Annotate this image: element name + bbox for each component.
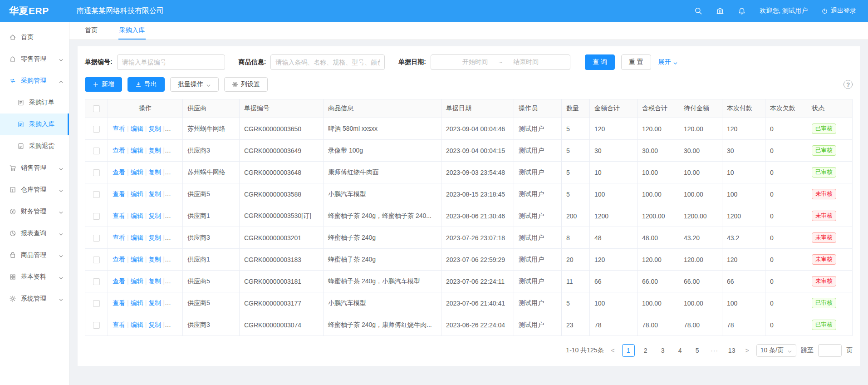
action-view-link[interactable]: 查看 (113, 277, 125, 285)
action-edit-link[interactable]: 编辑 (131, 190, 143, 197)
action-edit-link[interactable]: 编辑 (131, 256, 143, 263)
action-edit-link[interactable]: 编辑 (131, 321, 143, 328)
cell-total-tax: 78.00 (638, 314, 679, 336)
sidebar-item-purchase-in[interactable]: 采购入库 (0, 114, 69, 135)
row-checkbox[interactable] (93, 213, 100, 220)
action-view-link[interactable]: 查看 (113, 256, 125, 263)
cell-total: 78 (590, 314, 638, 336)
action-view-link[interactable]: 查看 (113, 321, 125, 328)
row-checkbox[interactable] (93, 235, 100, 242)
action-edit-link[interactable]: 编辑 (131, 234, 143, 241)
sidebar-item-purchase-order[interactable]: 采购订单 (0, 92, 69, 114)
cell-status: 未审核 (807, 205, 853, 227)
action-view-link[interactable]: 查看 (113, 125, 125, 132)
action-view-link[interactable]: 查看 (113, 190, 125, 197)
search-icon[interactable] (694, 7, 702, 15)
action-edit-link[interactable]: 编辑 (131, 125, 143, 132)
action-copy-link[interactable]: 复制 (148, 277, 161, 285)
column-settings-button[interactable]: 列设置 (224, 77, 268, 92)
action-copy-link[interactable]: 复制 (148, 234, 161, 241)
action-view-link[interactable]: 查看 (113, 147, 125, 154)
action-copy-link[interactable]: 复制 (148, 190, 161, 197)
select-all-checkbox[interactable] (93, 105, 100, 112)
notification-bell-icon[interactable] (738, 7, 746, 15)
action-view-link[interactable]: 查看 (113, 168, 125, 176)
action-view-link[interactable]: 查看 (113, 299, 125, 306)
sidebar-item-retail[interactable]: 零售管理 (0, 48, 69, 70)
action-copy-link[interactable]: 复制 (148, 299, 161, 306)
expand-link[interactable]: 展开 (658, 58, 678, 66)
action-edit-link[interactable]: 编辑 (131, 212, 143, 219)
row-checkbox[interactable] (93, 191, 100, 198)
tabbar: 首页 采购入库 (69, 22, 868, 40)
action-copy-link[interactable]: 复制 (148, 125, 161, 132)
action-edit-link[interactable]: 编辑 (131, 299, 143, 306)
sidebar-item-report[interactable]: 报表查询 (0, 222, 69, 244)
add-button[interactable]: 新增 (85, 77, 122, 92)
search-button[interactable]: 查 询 (585, 54, 615, 70)
help-icon[interactable]: ? (843, 80, 853, 89)
action-view-link[interactable]: 查看 (113, 212, 125, 219)
action-copy-link[interactable]: 复制 (148, 256, 161, 263)
cell-supplier: 供应商5 (183, 183, 240, 205)
prev-page-button[interactable]: < (608, 347, 618, 354)
jump-page-input[interactable] (818, 344, 842, 357)
cell-date: 2023-06-26 22:24:04 (441, 314, 514, 336)
action-edit-link[interactable]: 编辑 (131, 147, 143, 154)
chevron-down-icon (59, 166, 64, 171)
page-1-button[interactable]: 1 (622, 344, 635, 357)
page-5-button[interactable]: 5 (691, 344, 704, 357)
row-checkbox[interactable] (93, 169, 100, 176)
reset-button[interactable]: 重 置 (621, 54, 651, 70)
row-checkbox[interactable] (93, 126, 100, 133)
page-13-button[interactable]: 13 (726, 344, 738, 357)
sidebar-item-home[interactable]: 首页 (0, 26, 69, 48)
export-button[interactable]: 导出 (128, 77, 165, 92)
row-checkbox[interactable] (93, 148, 100, 154)
sidebar-item-finance[interactable]: 财务管理 (0, 201, 69, 222)
tab-purchase-in[interactable]: 采购入库 (118, 22, 146, 39)
status-badge: 已审核 (812, 123, 836, 134)
sidebar-item-basic[interactable]: 基本资料 (0, 266, 69, 288)
action-copy-link[interactable]: 复制 (148, 168, 161, 176)
date-range-picker[interactable]: 开始时间 ~ 结束时间 (431, 54, 570, 70)
page-size-select[interactable]: 10 条/页 (756, 344, 796, 357)
next-page-button[interactable]: > (743, 347, 752, 354)
row-checkbox[interactable] (93, 300, 100, 307)
divider: | (145, 277, 147, 285)
sidebar-item-purchase-return[interactable]: 采购退货 (0, 135, 69, 157)
page-3-button[interactable]: 3 (657, 344, 669, 357)
cell-debt: 0 (765, 227, 807, 249)
logout-button[interactable]: 退出登录 (821, 7, 856, 15)
cell-total-tax: 100.00 (638, 292, 679, 314)
action-copy-link[interactable]: 复制 (148, 147, 161, 154)
row-checkbox[interactable] (93, 278, 100, 285)
page-2-button[interactable]: 2 (639, 344, 652, 357)
sidebar-item-sales[interactable]: 销售管理 (0, 157, 69, 179)
sidebar-item-purchase[interactable]: 采购管理 (0, 70, 69, 92)
sidebar-item-goods[interactable]: 商品管理 (0, 244, 69, 266)
cell-paid: 43.2 (722, 227, 765, 249)
chevron-down-icon (59, 296, 64, 301)
row-checkbox[interactable] (93, 257, 100, 263)
product-info-input[interactable] (270, 54, 385, 70)
sidebar-item-warehouse[interactable]: 仓库管理 (0, 179, 69, 201)
cell-ops: 查看|编辑|复制|删除 (108, 271, 183, 292)
action-edit-link[interactable]: 编辑 (131, 168, 143, 176)
batch-operations-button[interactable]: 批量操作 (170, 77, 219, 92)
action-view-link[interactable]: 查看 (113, 234, 125, 241)
topbar: 华夏ERP 南通某某网络科技有限公司 欢迎您, 测试用户 退出登录 (0, 0, 868, 22)
cell-total-tax: 1200.00 (638, 205, 679, 227)
document-icon (17, 143, 25, 150)
tab-home[interactable]: 首页 (84, 22, 98, 39)
bill-no-input[interactable] (117, 54, 225, 70)
tenant-icon[interactable] (716, 7, 724, 15)
page-4-button[interactable]: 4 (674, 344, 687, 357)
action-copy-link[interactable]: 复制 (148, 212, 161, 219)
col-header-qty: 数量 (562, 99, 590, 118)
action-copy-link[interactable]: 复制 (148, 321, 161, 328)
status-badge: 已审核 (812, 145, 836, 156)
row-checkbox[interactable] (93, 322, 100, 329)
action-edit-link[interactable]: 编辑 (131, 277, 143, 285)
sidebar-item-system[interactable]: 系统管理 (0, 288, 69, 310)
